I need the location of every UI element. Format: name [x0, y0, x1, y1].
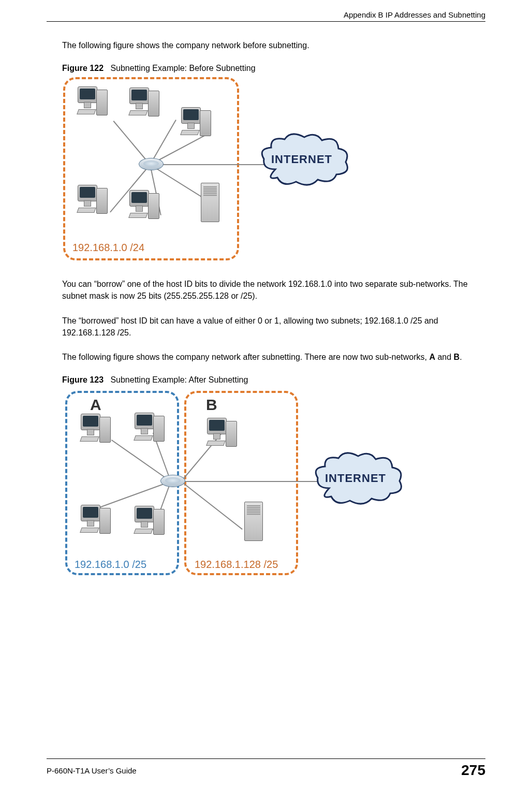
footer-rule [47, 758, 485, 759]
computer-icon [129, 87, 159, 120]
link-to-internet [161, 164, 265, 165]
header-appendix-title: Appendix B IP Addresses and Subnetting [47, 10, 485, 19]
footer-page-number: 275 [461, 762, 485, 779]
internet-label: INTERNET [325, 472, 386, 485]
subnet-b-ref: B [454, 353, 460, 361]
paragraph-4-pre: The following figure shows the company n… [62, 353, 429, 361]
subnet-b-cidr-label: 192.168.1.128 /25 [195, 559, 278, 571]
internet-cloud-icon: INTERNET [314, 452, 404, 506]
paragraph-2: You can “borrow” one of the host ID bits… [62, 278, 485, 302]
router-icon [160, 475, 185, 487]
computer-icon [181, 107, 211, 139]
paragraph-4: The following figure shows the company n… [62, 351, 485, 363]
subnet-a-ref: A [429, 353, 435, 361]
subnet-b-box [184, 391, 298, 575]
link-to-internet [183, 481, 318, 482]
figure-122-title: Subnetting Example: Before Subnetting [110, 64, 255, 72]
server-icon [244, 502, 263, 541]
figure-123-diagram: A B 192.168.1.0 /25 192.168.1.128 /25 [62, 388, 404, 585]
footer-guide-title: P-660N-T1A User’s Guide [47, 766, 137, 775]
computer-icon [135, 413, 165, 445]
figure-122-number: Figure 122 [62, 64, 104, 72]
subnet-b-letter: B [206, 396, 217, 414]
subnet-a-cidr-label: 192.168.1.0 /25 [75, 559, 146, 571]
subnet-a-letter: A [90, 396, 101, 414]
internet-cloud-icon: INTERNET [260, 133, 350, 187]
computer-icon [78, 86, 108, 119]
paragraph-4-post: . [460, 353, 462, 361]
computer-icon [129, 190, 159, 222]
computer-icon [81, 414, 111, 446]
computer-icon [135, 506, 165, 538]
figure-122-diagram: 192.168.1.0 /24 INTERNET [62, 76, 352, 262]
paragraph-3: The “borrowed” host ID bit can have a va… [62, 315, 485, 339]
figure-123-title: Subnetting Example: After Subnetting [110, 375, 248, 384]
computer-icon [78, 185, 108, 217]
computer-icon [81, 505, 111, 537]
figure-123-number: Figure 123 [62, 375, 104, 384]
server-icon [201, 183, 219, 222]
internet-label: INTERNET [271, 153, 332, 166]
page-footer: P-660N-T1A User’s Guide 275 [47, 758, 485, 779]
computer-icon [207, 418, 237, 450]
figure-122-caption: Figure 122 Subnetting Example: Before Su… [62, 64, 485, 73]
paragraph-1: The following figure shows the company n… [62, 39, 485, 51]
network-cidr-label: 192.168.1.0 /24 [72, 242, 144, 254]
paragraph-4-mid: and [435, 353, 454, 361]
figure-123-caption: Figure 123 Subnetting Example: After Sub… [62, 375, 485, 385]
